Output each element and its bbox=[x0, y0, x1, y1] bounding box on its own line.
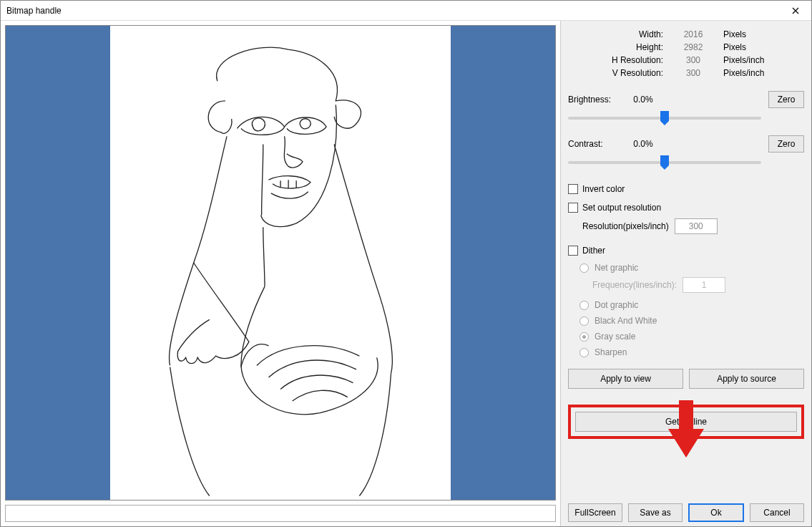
get-outline-highlight: Get outline bbox=[568, 405, 804, 439]
sharpen-label: Sharpen bbox=[595, 347, 627, 357]
cancel-button[interactable]: Cancel bbox=[750, 503, 804, 522]
hres-label: H Resolution: bbox=[592, 55, 663, 65]
net-graphic-label: Net graphic bbox=[595, 263, 638, 273]
dither-checkbox[interactable] bbox=[568, 246, 578, 256]
invert-color-row[interactable]: Invert color bbox=[568, 184, 804, 194]
contrast-thumb[interactable] bbox=[660, 155, 669, 170]
brightness-block: Brightness: 0.0% Zero bbox=[568, 91, 804, 135]
frequency-input[interactable]: 1 bbox=[683, 277, 725, 293]
net-graphic-radio[interactable] bbox=[579, 264, 589, 273]
side-panel: Width: 2016 Pixels Height: 2982 Pixels H… bbox=[561, 21, 811, 526]
preview-pane bbox=[1, 21, 561, 526]
hres-unit: Pixels/inch bbox=[723, 55, 781, 65]
invert-color-label: Invert color bbox=[582, 184, 625, 194]
gray-row[interactable]: Gray scale bbox=[579, 332, 804, 342]
frequency-row: Frequency(lines/inch): 1 bbox=[592, 277, 804, 293]
apply-to-source-button[interactable]: Apply to source bbox=[689, 369, 804, 389]
invert-color-checkbox[interactable] bbox=[568, 184, 578, 194]
width-value: 2016 bbox=[672, 29, 715, 39]
vres-label: V Resolution: bbox=[592, 68, 663, 78]
preview-background bbox=[6, 26, 555, 500]
gray-radio[interactable] bbox=[579, 332, 589, 342]
set-output-res-checkbox[interactable] bbox=[568, 203, 578, 213]
resolution-label: Resolution(pixels/inch) bbox=[582, 221, 669, 231]
contrast-value: 0.0% bbox=[625, 139, 661, 149]
dot-graphic-label: Dot graphic bbox=[595, 300, 638, 310]
bw-label: Black And White bbox=[595, 316, 657, 326]
apply-to-view-button[interactable]: Apply to view bbox=[568, 369, 683, 389]
brightness-thumb[interactable] bbox=[660, 111, 669, 125]
fullscreen-button[interactable]: FullScreen bbox=[568, 503, 622, 522]
width-label: Width: bbox=[592, 29, 663, 39]
close-button[interactable] bbox=[780, 1, 811, 21]
titlebar: Bitmap handle bbox=[1, 1, 811, 21]
line-art-sketch bbox=[110, 26, 451, 500]
close-icon bbox=[792, 7, 799, 14]
dot-graphic-row[interactable]: Dot graphic bbox=[579, 300, 804, 310]
height-label: Height: bbox=[592, 42, 663, 52]
status-textbox[interactable] bbox=[5, 505, 556, 522]
bw-radio[interactable] bbox=[579, 316, 589, 326]
bw-row[interactable]: Black And White bbox=[579, 316, 804, 326]
brightness-slider[interactable] bbox=[568, 111, 761, 125]
set-output-res-row[interactable]: Set output resolution bbox=[568, 203, 804, 213]
contrast-slider[interactable] bbox=[568, 155, 761, 170]
bitmap-canvas[interactable] bbox=[110, 26, 451, 500]
sharpen-row[interactable]: Sharpen bbox=[579, 347, 804, 357]
resolution-row: Resolution(pixels/inch) 300 bbox=[582, 218, 804, 234]
get-outline-button[interactable]: Get outline bbox=[575, 412, 797, 432]
gray-label: Gray scale bbox=[595, 332, 635, 342]
height-unit: Pixels bbox=[723, 42, 781, 52]
preview-frame bbox=[5, 25, 556, 501]
dot-graphic-radio[interactable] bbox=[579, 301, 589, 310]
net-graphic-row[interactable]: Net graphic bbox=[579, 263, 804, 273]
height-value: 2982 bbox=[672, 42, 715, 52]
dialog-buttons: FullScreen Save as Ok Cancel bbox=[568, 496, 804, 522]
sharpen-radio[interactable] bbox=[579, 348, 589, 357]
window-title: Bitmap handle bbox=[6, 6, 62, 16]
ok-button[interactable]: Ok bbox=[688, 503, 744, 522]
dither-row[interactable]: Dither bbox=[568, 246, 804, 256]
dither-label: Dither bbox=[582, 246, 605, 256]
set-output-res-label: Set output resolution bbox=[582, 203, 661, 213]
brightness-zero-button[interactable]: Zero bbox=[768, 91, 804, 108]
contrast-block: Contrast: 0.0% Zero bbox=[568, 135, 804, 180]
contrast-label: Contrast: bbox=[568, 139, 625, 149]
save-as-button[interactable]: Save as bbox=[628, 503, 683, 522]
image-info: Width: 2016 Pixels Height: 2982 Pixels H… bbox=[568, 26, 804, 81]
brightness-label: Brightness: bbox=[568, 95, 625, 105]
hres-value: 300 bbox=[672, 55, 715, 65]
contrast-zero-button[interactable]: Zero bbox=[768, 135, 804, 153]
apply-row: Apply to view Apply to source bbox=[568, 369, 804, 389]
frequency-label: Frequency(lines/inch): bbox=[592, 280, 677, 290]
vres-value: 300 bbox=[672, 68, 715, 78]
vres-unit: Pixels/inch bbox=[723, 68, 781, 78]
resolution-input[interactable]: 300 bbox=[675, 218, 718, 234]
brightness-value: 0.0% bbox=[625, 95, 661, 105]
width-unit: Pixels bbox=[723, 29, 781, 39]
